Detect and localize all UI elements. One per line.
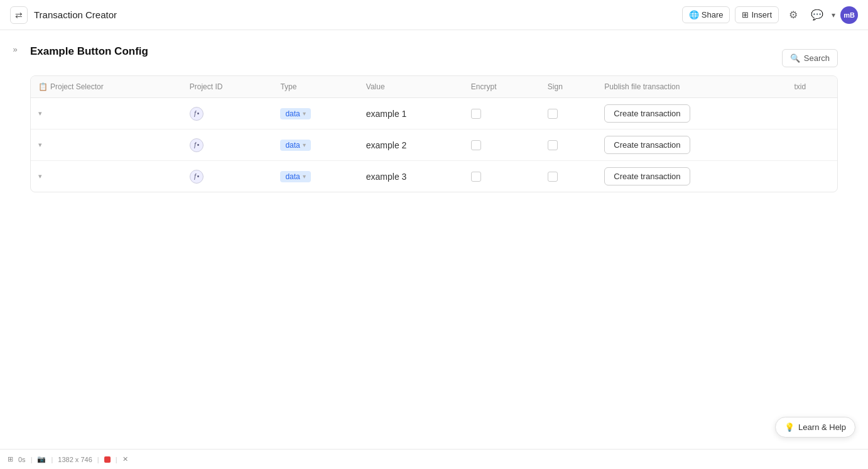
row3-type-label: data: [285, 172, 300, 181]
book-icon: 📋: [38, 82, 48, 91]
col-type: Type: [273, 76, 358, 98]
row2-value-text: example 2: [366, 140, 407, 150]
row2-create-transaction-button[interactable]: Create transaction: [604, 136, 690, 154]
data-table: 📋 Project Selector Project ID Type Value…: [30, 75, 838, 192]
row3-encrypt-checkbox[interactable]: [471, 172, 481, 182]
row1-project-selector: ▾: [31, 98, 182, 130]
row2-sign-checkbox[interactable]: [548, 140, 558, 150]
comment-icon: 💬: [811, 9, 823, 21]
row3-encrypt: [464, 161, 540, 192]
row2-value: example 2: [359, 130, 464, 161]
share-label: Share: [702, 10, 724, 19]
section-title: Example Button Config: [30, 45, 148, 58]
topbar-right: 🌐 Share ⊞ Insert ⚙ 💬 ▾ mB: [682, 6, 858, 25]
search-label: Search: [804, 53, 830, 63]
row2-encrypt: [464, 130, 540, 161]
row3-sign: [540, 161, 597, 192]
row1-publish: Create transaction: [597, 98, 786, 130]
table-row: ▾ ƒ• data ▾ exa: [31, 161, 837, 192]
back-button[interactable]: ⇄: [10, 6, 28, 24]
row1-func-icon[interactable]: ƒ•: [190, 107, 203, 121]
col-project-selector: 📋 Project Selector: [31, 76, 182, 98]
row2-chevron-icon[interactable]: ▾: [38, 141, 42, 149]
row3-value-text: example 3: [366, 172, 407, 182]
row1-encrypt: [464, 98, 540, 130]
row2-project-selector: ▾: [31, 130, 182, 161]
avatar-initials: mB: [844, 11, 855, 19]
search-button[interactable]: 🔍 Search: [782, 49, 838, 67]
row1-create-transaction-button[interactable]: Create transaction: [604, 104, 690, 123]
avatar[interactable]: mB: [840, 6, 858, 24]
row2-sign: [540, 130, 597, 161]
row1-txid: [786, 98, 837, 130]
row1-sign: [540, 98, 597, 130]
row2-encrypt-checkbox[interactable]: [471, 140, 481, 150]
col-sign: Sign: [540, 76, 597, 98]
row3-create-transaction-button[interactable]: Create transaction: [604, 167, 690, 185]
insert-label: Insert: [751, 10, 772, 19]
row3-type-chevron-icon[interactable]: ▾: [303, 173, 306, 180]
row1-type-label: data: [285, 109, 300, 118]
row3-sign-checkbox[interactable]: [548, 172, 558, 182]
row2-publish: Create transaction: [597, 130, 786, 161]
page-title: Transaction Creator: [34, 9, 117, 20]
row1-type-chevron-icon[interactable]: ▾: [303, 110, 306, 117]
sidebar-toggle[interactable]: »: [6, 40, 24, 58]
table-row: ▾ ƒ• data ▾ exa: [31, 98, 837, 130]
row2-type-chevron-icon[interactable]: ▾: [303, 141, 306, 148]
row3-project-selector: ▾: [31, 161, 182, 192]
comments-button[interactable]: 💬: [808, 6, 827, 25]
col-value: Value: [359, 76, 464, 98]
table-header-row: Example Button Config 🔍 Search: [30, 45, 838, 70]
row3-type: data ▾: [273, 161, 358, 192]
globe-icon: 🌐: [689, 10, 699, 19]
settings-button[interactable]: ⚙: [784, 6, 803, 25]
row1-chevron-icon[interactable]: ▾: [38, 109, 42, 118]
row3-func-icon[interactable]: ƒ•: [190, 170, 203, 184]
topbar: ⇄ Transaction Creator 🌐 Share ⊞ Insert ⚙…: [0, 0, 868, 30]
table-row: ▾ ƒ• data ▾ exa: [31, 130, 837, 161]
row3-txid: [786, 161, 837, 192]
share-button[interactable]: 🌐 Share: [682, 6, 730, 23]
table-header: 📋 Project Selector Project ID Type Value…: [31, 76, 837, 98]
row1-sign-checkbox[interactable]: [548, 109, 558, 119]
gear-icon: ⚙: [789, 9, 798, 21]
row3-chevron-icon[interactable]: ▾: [38, 172, 42, 180]
insert-button[interactable]: ⊞ Insert: [735, 6, 779, 23]
row2-func-icon[interactable]: ƒ•: [190, 138, 203, 152]
row1-project-id: ƒ•: [182, 98, 273, 130]
main-content: Example Button Config 🔍 Search 📋 Project…: [0, 30, 868, 207]
col-publish-file-transaction: Publish file transaction: [597, 76, 786, 98]
row1-type: data ▾: [273, 98, 358, 130]
table: 📋 Project Selector Project ID Type Value…: [31, 76, 837, 192]
back-arrow-icon: ⇄: [15, 10, 23, 20]
col-project-id: Project ID: [182, 76, 273, 98]
row2-txid: [786, 130, 837, 161]
row2-type: data ▾: [273, 130, 358, 161]
col-encrypt: Encrypt: [464, 76, 540, 98]
row3-value: example 3: [359, 161, 464, 192]
row1-value-text: example 1: [366, 109, 407, 119]
insert-icon: ⊞: [742, 10, 749, 19]
row2-type-label: data: [285, 141, 300, 150]
row3-project-id: ƒ•: [182, 161, 273, 192]
row1-encrypt-checkbox[interactable]: [471, 109, 481, 119]
search-icon: 🔍: [790, 53, 800, 63]
chevron-down-icon[interactable]: ▾: [832, 11, 835, 19]
col-txid: txid: [786, 76, 837, 98]
row1-value: example 1: [359, 98, 464, 130]
row2-project-id: ƒ•: [182, 130, 273, 161]
row3-publish: Create transaction: [597, 161, 786, 192]
topbar-left: ⇄ Transaction Creator: [10, 6, 117, 24]
